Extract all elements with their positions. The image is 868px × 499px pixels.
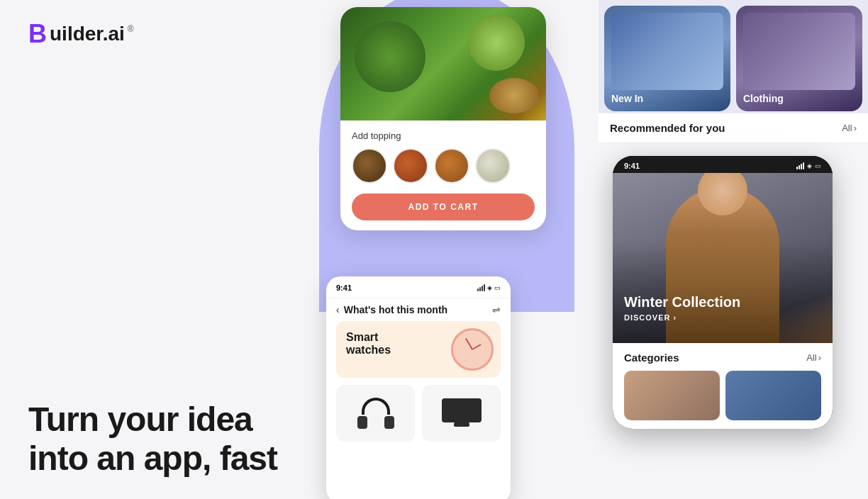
watches-status-bar: 9:41 ◈ ▭	[326, 276, 511, 298]
new-in-card[interactable]: New In	[604, 6, 730, 111]
discover-link[interactable]: DISCOVER ›	[624, 313, 740, 322]
watches-nav-bar: ‹ What's hot this month ⇌	[326, 298, 511, 321]
tv-product[interactable]	[422, 385, 501, 442]
bowl-3[interactable]	[434, 148, 469, 184]
fashion-phone-inner: 9:41 ◈ ▭ Winter Collection	[613, 156, 833, 429]
banner-text: Smart watches	[346, 331, 491, 357]
fashion-top-cards: New In Clothing	[599, 0, 868, 117]
watches-time: 9:41	[336, 284, 352, 292]
categories-chevron-icon: ›	[818, 352, 821, 363]
add-topping-label: Add topping	[352, 130, 535, 141]
topping-bowls	[352, 148, 535, 184]
wifi-icon: ◈	[487, 284, 492, 291]
recommended-section: Recommended for you All ›	[599, 113, 868, 143]
discover-arrow-icon: ›	[673, 313, 677, 322]
food-app-card: Add topping ADD TO CART	[340, 7, 546, 230]
fashion-hero-text: Winter Collection DISCOVER ›	[624, 293, 740, 322]
categories-label: Categories	[624, 352, 679, 364]
food-card-body: Add topping ADD TO CART	[340, 120, 546, 230]
filter-icon[interactable]: ⇌	[492, 304, 501, 315]
logo: B uilder.ai ®	[28, 21, 312, 47]
food-bowl-overlay	[489, 78, 539, 113]
watches-nav-left: ‹ What's hot this month	[336, 304, 447, 315]
new-in-label: New In	[611, 93, 643, 104]
winter-collection-title: Winter Collection	[624, 293, 740, 310]
logo-text: uilder.ai	[50, 24, 125, 44]
products-grid	[326, 385, 511, 442]
banner-line1: Smart	[346, 331, 378, 343]
fashion-status-bar: 9:41 ◈ ▭	[613, 156, 833, 173]
fashion-time: 9:41	[624, 162, 640, 170]
add-to-cart-button[interactable]: ADD TO CART	[352, 194, 535, 220]
fashion-hero-image: Winter Collection DISCOVER ›	[613, 173, 833, 343]
bowl-4[interactable]	[475, 148, 511, 184]
bowl-2[interactable]	[393, 148, 428, 184]
tv-icon	[442, 398, 482, 428]
logo-registered: ®	[128, 24, 134, 34]
headphone-icon	[357, 398, 394, 429]
fashion-wifi-icon: ◈	[807, 162, 812, 169]
smart-watches-banner: Smart watches	[336, 321, 501, 378]
recommended-label: Recommended for you	[610, 122, 725, 134]
watches-page-title: What's hot this month	[344, 304, 447, 315]
fashion-signal-icon	[796, 162, 804, 169]
signal-icon	[477, 284, 485, 291]
categories-section: Categories All ›	[613, 343, 833, 429]
tagline-line2: into an app, fast	[28, 439, 277, 477]
right-section: New In Clothing Recommended for you All …	[599, 0, 868, 499]
category-item-1[interactable]	[624, 371, 720, 420]
chevron-right-icon: ›	[854, 123, 857, 133]
watches-status-left: 9:41	[336, 284, 352, 292]
food-hero-image	[340, 7, 546, 120]
fashion-app-phone: 9:41 ◈ ▭ Winter Collection	[613, 156, 833, 429]
back-arrow-icon[interactable]: ‹	[336, 304, 340, 315]
fashion-status-icons: ◈ ▭	[796, 162, 821, 169]
tagline: Turn your idea into an app, fast	[28, 400, 312, 478]
categories-all-link[interactable]: All ›	[806, 352, 821, 363]
banner-line2: watches	[346, 344, 391, 356]
recommended-all-link[interactable]: All ›	[842, 123, 857, 133]
categories-header: Categories All ›	[624, 352, 821, 364]
categories-grid	[624, 371, 821, 420]
category-item-2[interactable]	[725, 371, 821, 420]
clothing-label: Clothing	[743, 93, 784, 104]
middle-section: Add topping ADD TO CART 9:41	[284, 0, 610, 499]
fashion-battery-icon: ▭	[815, 162, 821, 169]
watches-app-card: 9:41 ◈ ▭ ‹ What's hot this month ⇌	[326, 276, 511, 499]
logo-b-letter: B	[28, 21, 47, 47]
bowl-1[interactable]	[352, 148, 387, 184]
headphones-product[interactable]	[336, 385, 415, 442]
clothing-card[interactable]: Clothing	[736, 6, 862, 111]
tagline-line1: Turn your idea	[28, 400, 252, 438]
battery-icon: ▭	[494, 284, 501, 291]
watches-status-icons: ◈ ▭	[477, 284, 501, 291]
